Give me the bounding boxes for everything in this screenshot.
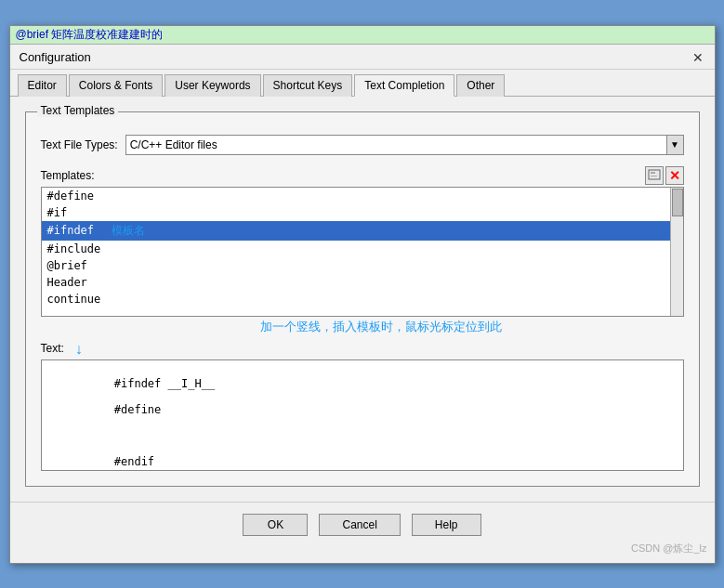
templates-section: Templates: ✕: [41, 166, 684, 471]
template-text-line1: #ifndef __I_H__: [114, 377, 215, 390]
group-legend: Text Templates: [37, 104, 119, 117]
text-templates-group: Text Templates Text File Types: C/C++ Ed…: [25, 111, 700, 487]
template-text-line3: #endif: [114, 455, 154, 468]
close-button[interactable]: ✕: [691, 50, 705, 65]
template-item-define[interactable]: #define: [42, 188, 683, 204]
file-types-select[interactable]: C/C++ Editor files: [125, 135, 667, 155]
title-bar: Configuration ✕: [10, 45, 715, 70]
templates-label: Templates:: [41, 169, 95, 182]
delete-icon: ✕: [669, 168, 680, 183]
bottom-bar: OK Cancel Help: [10, 502, 715, 547]
templates-icons: ✕: [645, 166, 684, 185]
svg-rect-0: [649, 170, 660, 179]
delete-template-button[interactable]: ✕: [665, 166, 684, 185]
cancel-button[interactable]: Cancel: [319, 514, 400, 536]
add-icon: [648, 169, 661, 182]
svg-rect-2: [651, 176, 657, 176]
add-template-button[interactable]: [645, 166, 664, 185]
scrollbar-thumb: [672, 189, 683, 216]
template-item-brief[interactable]: @brief: [42, 257, 683, 274]
watermark: CSDN @炼尘_lz: [631, 542, 706, 555]
template-text-line2: #define: [114, 403, 162, 416]
tab-shortcut-keys[interactable]: Shortcut Keys: [263, 74, 353, 97]
template-name-annotation: 模板名: [112, 224, 145, 237]
tab-editor[interactable]: Editor: [18, 74, 67, 97]
ok-button[interactable]: OK: [243, 514, 308, 536]
dialog-title: Configuration: [20, 50, 91, 64]
template-text-area[interactable]: #ifndef __I_H__ #define #endif 模板文本: [41, 359, 684, 471]
templates-scrollbar[interactable]: [670, 188, 683, 316]
content-area: Text Templates Text File Types: C/C++ Ed…: [10, 97, 715, 502]
file-types-row: Text File Types: C/C++ Editor files ▼: [41, 135, 684, 155]
tab-user-keywords[interactable]: User Keywords: [165, 74, 260, 97]
templates-header: Templates: ✕: [41, 166, 684, 185]
template-item-continue[interactable]: continue: [42, 291, 683, 307]
file-types-dropdown-container: C/C++ Editor files ▼: [125, 135, 684, 155]
dropdown-arrow-icon[interactable]: ▼: [667, 135, 684, 155]
template-item-ifndef[interactable]: #ifndef 模板名: [42, 221, 683, 241]
tab-text-completion[interactable]: Text Completion: [354, 74, 454, 97]
arrow-down-icon: ↓: [75, 341, 83, 358]
help-button[interactable]: Help: [412, 514, 481, 536]
text-label-row: Text: ↓: [41, 341, 684, 358]
text-label: Text:: [41, 342, 64, 355]
tab-colors-fonts[interactable]: Colors & Fonts: [69, 74, 163, 97]
template-item-include[interactable]: #include: [42, 241, 683, 257]
top-hint-text: @brief 矩阵温度校准建建时的: [16, 28, 164, 41]
svg-rect-1: [651, 172, 655, 174]
configuration-dialog: @brief 矩阵温度校准建建时的 Configuration ✕ Editor…: [9, 25, 716, 564]
cursor-annotation: 加一个竖线，插入模板时，鼠标光标定位到此: [41, 317, 684, 337]
tab-bar: Editor Colors & Fonts User Keywords Shor…: [10, 70, 715, 97]
tab-other[interactable]: Other: [456, 74, 505, 97]
template-item-ifndef-text: #ifndef: [47, 224, 95, 237]
file-types-label: Text File Types:: [41, 138, 118, 151]
template-text-annotation: 模板文本: [144, 469, 189, 471]
top-hint-bar: @brief 矩阵温度校准建建时的: [10, 26, 715, 45]
templates-list[interactable]: #define #if #ifndef 模板名 #include @brief …: [41, 187, 684, 317]
template-item-if[interactable]: #if: [42, 204, 683, 221]
template-item-header[interactable]: Header: [42, 274, 683, 291]
